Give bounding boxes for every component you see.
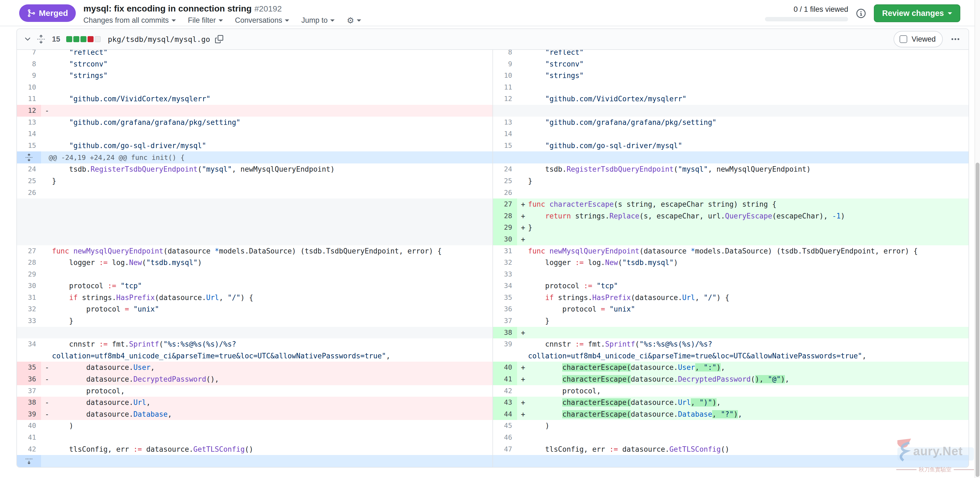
drag-handle-icon[interactable] xyxy=(37,35,45,44)
expand-down-icon[interactable] xyxy=(17,455,41,467)
line-number[interactable]: 13 xyxy=(17,116,41,128)
line-number[interactable]: 33 xyxy=(493,269,517,280)
line-number[interactable]: 25 xyxy=(17,175,41,187)
viewed-label: Viewed xyxy=(912,35,935,43)
github-pr-diff-page: { "header": { "state_badge": { "label": … xyxy=(0,0,980,478)
diff-marker: - xyxy=(41,397,52,408)
line-number[interactable]: 30 xyxy=(493,234,517,245)
line-number[interactable]: 26 xyxy=(17,187,41,199)
code-line: } xyxy=(41,175,492,187)
line-number[interactable]: 15 xyxy=(493,140,517,152)
code-line: tsdb.RegisterTsdbQueryEndpoint("mysql", … xyxy=(41,163,492,175)
diff-row: 30+ xyxy=(17,234,969,245)
line-number[interactable]: 43 xyxy=(493,397,517,408)
line-number[interactable]: 36 xyxy=(17,373,41,385)
viewed-checkbox[interactable] xyxy=(900,35,907,43)
line-number[interactable] xyxy=(493,350,517,362)
line-number[interactable]: 42 xyxy=(493,385,517,397)
line-number[interactable]: 38 xyxy=(493,327,517,339)
line-number[interactable]: 34 xyxy=(493,280,517,292)
line-number[interactable]: 11 xyxy=(493,81,517,93)
line-number[interactable]: 27 xyxy=(17,245,41,257)
scrollbar-thumb[interactable] xyxy=(975,163,980,477)
diff-spacer xyxy=(17,210,492,222)
line-number[interactable]: 32 xyxy=(493,257,517,269)
line-number[interactable]: 41 xyxy=(493,373,517,385)
line-number[interactable]: 39 xyxy=(17,408,41,420)
line-number[interactable]: 36 xyxy=(493,303,517,315)
line-number[interactable]: 44 xyxy=(493,408,517,420)
diff-row: 28 logger := log.New("tsdb.mysql")32 log… xyxy=(17,257,969,269)
viewed-toggle[interactable]: Viewed xyxy=(894,31,943,47)
diff-settings-menu[interactable]: ⚙ xyxy=(347,16,361,25)
code-line xyxy=(41,128,492,140)
pr-menus: Changes from all commits File filter Con… xyxy=(83,16,361,25)
code-line: cnnstr := fmt.Sprintf("%s:%s@%s(%s)/%s? xyxy=(41,338,492,350)
diff-row: 30 protocol := "tcp"34 protocol := "tcp" xyxy=(17,280,969,292)
line-number[interactable]: 10 xyxy=(493,70,517,81)
file-path: pkg/tsdb/mysql/mysql.go xyxy=(108,35,210,43)
code-line: "github.com/VividCortex/mysqlerr" xyxy=(41,93,492,105)
line-number[interactable]: 32 xyxy=(17,303,41,315)
line-number[interactable]: 12 xyxy=(493,93,517,105)
menu-jump-to[interactable]: Jump to xyxy=(301,16,335,25)
line-number[interactable]: 46 xyxy=(493,432,517,443)
code-line xyxy=(41,187,492,199)
line-number[interactable]: 14 xyxy=(17,128,41,140)
line-number[interactable]: 33 xyxy=(17,315,41,327)
line-number[interactable]: 31 xyxy=(17,292,41,304)
line-number[interactable]: 25 xyxy=(493,175,517,187)
code-line: + xyxy=(517,234,969,245)
diff-marker: + xyxy=(517,397,528,408)
code-line: tsdb.RegisterTsdbQueryEndpoint("mysql", … xyxy=(517,163,969,175)
kebab-menu-icon[interactable] xyxy=(951,35,960,43)
line-number[interactable]: 47 xyxy=(493,443,517,455)
line-number[interactable]: 41 xyxy=(17,432,41,443)
line-number[interactable]: 28 xyxy=(493,210,517,222)
collapse-file-chevron-icon[interactable] xyxy=(24,35,32,43)
chevron-down-icon xyxy=(219,19,223,24)
info-icon[interactable] xyxy=(856,9,865,18)
line-number[interactable]: 40 xyxy=(493,362,517,373)
menu-conversations[interactable]: Conversations xyxy=(235,16,290,25)
line-number[interactable]: 14 xyxy=(493,128,517,140)
diff-row: 15 "github.com/go-sql-driver/mysql"15 "g… xyxy=(17,140,969,152)
line-number[interactable]: 24 xyxy=(493,163,517,175)
chevron-down-icon xyxy=(285,19,289,24)
line-number[interactable]: 26 xyxy=(493,187,517,199)
line-number[interactable]: 37 xyxy=(17,385,41,397)
line-number[interactable]: 31 xyxy=(493,245,517,257)
line-number[interactable]: 11 xyxy=(17,93,41,105)
expand-hunk-icon[interactable] xyxy=(17,151,41,163)
copy-path-icon[interactable] xyxy=(215,35,223,43)
menu-changes-from-commits[interactable]: Changes from all commits xyxy=(83,16,176,25)
line-number[interactable]: 29 xyxy=(493,222,517,234)
line-number[interactable]: 29 xyxy=(17,269,41,280)
diff-row: 33 }37 } xyxy=(17,315,969,327)
line-number[interactable]: 40 xyxy=(17,420,41,432)
line-number[interactable]: 37 xyxy=(493,315,517,327)
line-number[interactable]: 35 xyxy=(17,362,41,373)
review-changes-button[interactable]: Review changes xyxy=(874,5,960,22)
line-number[interactable]: 13 xyxy=(493,116,517,128)
menu-file-filter[interactable]: File filter xyxy=(188,16,223,25)
line-number[interactable]: 27 xyxy=(493,199,517,210)
line-number[interactable]: 9 xyxy=(493,58,517,70)
line-number[interactable]: 42 xyxy=(17,443,41,455)
line-number[interactable]: 9 xyxy=(17,70,41,81)
line-number[interactable]: 45 xyxy=(493,420,517,432)
line-number[interactable]: 28 xyxy=(17,257,41,269)
line-number[interactable]: 10 xyxy=(17,81,41,93)
line-number[interactable]: 8 xyxy=(17,58,41,70)
line-number[interactable]: 24 xyxy=(17,163,41,175)
diff-spacer xyxy=(17,327,492,339)
line-number[interactable]: 15 xyxy=(17,140,41,152)
line-number[interactable]: 35 xyxy=(493,292,517,304)
line-number[interactable] xyxy=(17,350,41,362)
line-number[interactable]: 12 xyxy=(17,105,41,116)
page-scrollbar[interactable] xyxy=(975,0,980,478)
line-number[interactable]: 38 xyxy=(17,397,41,408)
line-number[interactable]: 34 xyxy=(17,338,41,350)
line-number[interactable]: 39 xyxy=(493,338,517,350)
line-number[interactable]: 30 xyxy=(17,280,41,292)
